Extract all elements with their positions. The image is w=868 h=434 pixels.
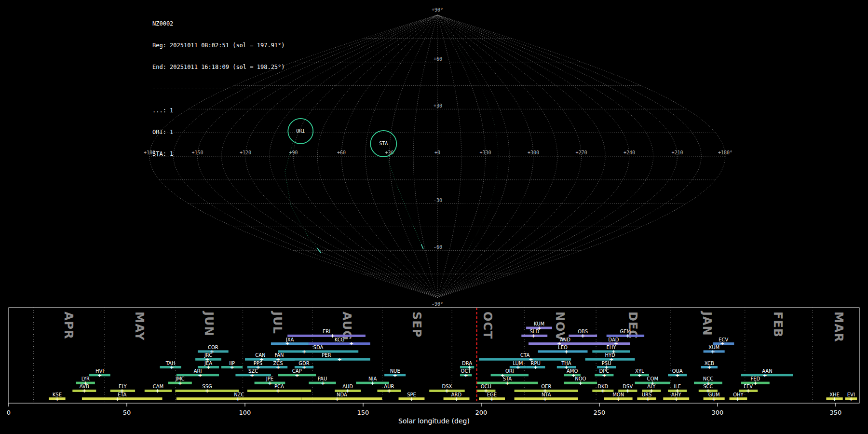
latitude-label: +30 — [434, 103, 442, 108]
longitude-label: +180° — [718, 150, 732, 155]
shower-label-per: PER — [322, 353, 331, 358]
peak-marker-dkd: + — [601, 388, 605, 394]
drift-track-tip — [421, 244, 424, 250]
radiant-activity-screenshot: { "info_panel": { "station_id": "NZ0002"… — [0, 0, 868, 434]
longitude-label: +330 — [479, 150, 491, 155]
peak-marker-nue: + — [393, 372, 397, 379]
peak-marker-kcg: + — [349, 340, 353, 347]
peak-marker-aur: + — [387, 388, 391, 394]
peak-marker-fev: + — [746, 388, 750, 394]
radiant-drift-track — [285, 141, 321, 253]
peak-marker-qua: + — [675, 372, 679, 379]
peak-marker-spe: + — [409, 396, 414, 402]
peak-marker-ard: + — [454, 396, 459, 402]
longitude-label: +90 — [289, 150, 298, 155]
month-label: JAN — [700, 311, 714, 336]
peak-marker-cam: + — [155, 388, 160, 394]
shower-bar-eta — [82, 397, 163, 400]
peak-marker-jpe: + — [268, 380, 272, 386]
count-line-ori: ORI: 1 — [152, 129, 288, 136]
longitude-label: +210 — [671, 150, 683, 155]
peak-marker-dsv: + — [625, 388, 630, 394]
month-label: MAY — [133, 312, 146, 341]
meridian-line — [437, 15, 605, 298]
shower-label-sda: SDA — [313, 345, 324, 350]
longitude-label: +0 — [434, 150, 440, 155]
peak-marker-kse: + — [55, 396, 59, 402]
peak-marker-cap: + — [295, 372, 299, 379]
peak-marker-jea: + — [206, 364, 210, 370]
peak-marker-nda: + — [335, 396, 339, 402]
peak-marker-ege: + — [489, 396, 494, 402]
shower-bar-nda — [302, 397, 382, 400]
peak-marker-jmc: + — [178, 380, 182, 386]
peak-marker-xum: + — [711, 349, 715, 355]
month-label: JUN — [202, 311, 216, 337]
peak-marker-mon: + — [616, 396, 621, 402]
shower-label-eri: ERI — [323, 329, 330, 334]
peak-marker-iip: + — [230, 364, 234, 370]
peak-marker-ohy: + — [735, 396, 740, 402]
peak-marker-xyl: + — [637, 372, 642, 379]
peak-marker-ssg: + — [205, 388, 209, 394]
peak-marker-sta: + — [505, 380, 509, 386]
x-axis-tick-label: 50 — [123, 409, 131, 416]
x-axis-title: Solar longitude (deg) — [398, 417, 470, 425]
shower-bar-cta — [479, 358, 571, 361]
peak-marker-gem: + — [625, 333, 630, 339]
meridian-line — [437, 15, 582, 298]
peak-marker-oct: + — [463, 372, 468, 379]
peak-marker-per: + — [337, 356, 341, 363]
longitude-label: +60 — [337, 150, 346, 155]
month-label: FEB — [771, 312, 785, 338]
peak-marker-avb: + — [82, 388, 86, 394]
longitude-label: +240 — [624, 150, 635, 155]
peak-marker-evi: + — [849, 396, 853, 402]
shower-bar-per — [283, 358, 370, 361]
shower-label-kcg: KCG — [335, 337, 345, 342]
peak-marker-gdr: + — [302, 364, 306, 370]
peak-marker-pau: + — [321, 380, 325, 386]
x-axis-tick-label: 350 — [830, 409, 842, 416]
north-pole-label: +90° — [432, 7, 443, 13]
month-label: SEP — [410, 312, 423, 338]
month-label: OCT — [481, 312, 494, 339]
x-axis-tick-label: 100 — [239, 409, 251, 416]
peak-marker-pca: + — [276, 388, 280, 394]
peak-marker-tah: + — [169, 364, 174, 370]
station-id: NZ0002 — [152, 20, 288, 27]
peak-marker-obs: + — [581, 333, 585, 339]
info-panel: NZ0002 Beg: 20251011 08:02:51 (sol = 197… — [152, 6, 288, 165]
peak-marker-fed: + — [753, 380, 758, 386]
shower-bar-jxa — [271, 342, 309, 345]
meridian-line — [366, 15, 437, 298]
count-line-sta: STA: 1 — [152, 150, 288, 158]
peak-marker-nzc: + — [236, 396, 240, 402]
peak-marker-sld: + — [531, 333, 535, 339]
peak-marker-rpu: + — [533, 364, 538, 370]
observation-end: End: 20251011 16:18:09 (sol = 198.25°) — [152, 64, 288, 71]
peak-marker-jxa: + — [285, 340, 290, 347]
longitude-label: +270 — [575, 150, 587, 155]
shower-bar-aan — [741, 374, 793, 376]
peak-marker-xcb: + — [707, 364, 711, 370]
meridian-line — [437, 15, 701, 298]
peak-marker-urs: + — [646, 396, 650, 402]
peak-marker-eri: + — [330, 333, 335, 339]
longitude-label: +300 — [528, 150, 539, 155]
x-axis-tick-label: 150 — [357, 409, 369, 416]
shower-bar-sda — [278, 350, 359, 353]
shower-label-ori: ORI — [505, 368, 514, 374]
month-label: JUL — [271, 311, 284, 334]
south-pole-label: -90° — [432, 301, 443, 307]
peak-marker-eta: + — [115, 396, 120, 402]
x-axis-tick-label: 0 — [7, 409, 11, 416]
peak-marker-xhe: + — [832, 396, 837, 402]
latitude-label: +60 — [434, 56, 442, 62]
observation-begin: Beg: 20251011 08:02:51 (sol = 197.91°) — [152, 42, 288, 49]
peak-marker-dsx: + — [445, 388, 449, 394]
x-axis-tick-label: 250 — [594, 409, 606, 416]
peak-marker-sda: + — [302, 349, 306, 355]
separator-line: --------------------------------------- — [152, 85, 288, 93]
peak-marker-nta: + — [543, 396, 547, 402]
